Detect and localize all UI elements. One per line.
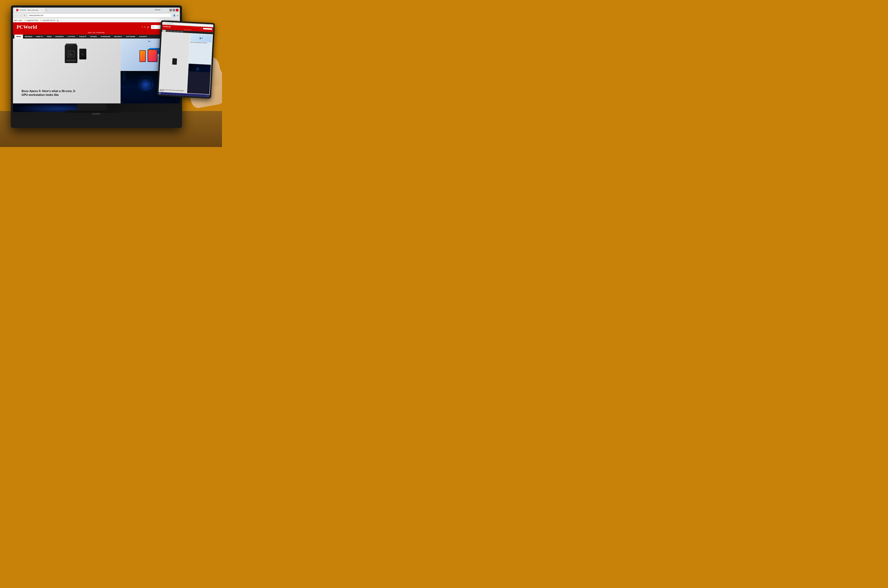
user-label: thomas: [155, 9, 160, 10]
hero-image: ✕ BOXX: [13, 39, 120, 104]
website-content: PCWorld f 𝕏 g⁺ 🔍 SUBSCRIBE: [13, 22, 180, 112]
new-tab-button[interactable]: +: [45, 8, 48, 12]
tablet-blue-glow: [195, 66, 200, 71]
scene: AQUOS PCWorld PCWorld - News, tips and .…: [0, 0, 222, 147]
nav-software[interactable]: SOFTWARE: [124, 34, 137, 39]
tablet-site-logo: PCWorld: [163, 26, 171, 28]
nav-video[interactable]: VIDEO: [45, 34, 54, 39]
tablet-nav-news[interactable]: NEWS: [162, 30, 166, 32]
googleplus-icon[interactable]: g⁺: [147, 26, 150, 28]
tab-close-btn[interactable]: ✕: [41, 9, 42, 11]
reload-button[interactable]: ↻: [23, 14, 26, 17]
bookmarks-bar: Apps ⭐ Suggested Sites 📁 Imported From I…: [13, 18, 180, 22]
tv-screen: PCWorld PCWorld - News, tips and ... ✕ +…: [13, 8, 180, 112]
content-grid: ✕ BOXX: [13, 39, 180, 104]
browser-titlebar: PCWorld PCWorld - News, tips and ... ✕ +…: [13, 8, 180, 13]
tablet-windows-logo: [159, 92, 160, 94]
tablet-device[interactable]: ← → www.pcworld.com PCWorld f 𝕏 g⁺ Work.…: [157, 20, 215, 99]
nav-business[interactable]: BUSINESS: [54, 34, 66, 39]
boxx-product-image: ✕ BOXX: [65, 45, 78, 63]
tv-stand-base: [65, 111, 119, 113]
tab-favicon: PCWorld: [16, 9, 18, 11]
apps-label: Apps: [18, 20, 22, 21]
tablet-hero-article[interactable]: ✕ Boxx Apexx 5: Here's what a 36-core, 5…: [159, 32, 190, 93]
site-navigation: NEWS REVIEWS HOW-TO VIDEO BUSINESS LAPTO…: [13, 34, 180, 39]
hamburger-menu[interactable]: ≡: [177, 14, 178, 17]
tablet-side-image-1: 📱💻: [190, 34, 212, 42]
tablet-side-articles: 📱💻 How to turn your old phone into a bas…: [187, 33, 213, 94]
tablet-win-q2: [160, 93, 161, 93]
profile-icon[interactable]: 👤: [172, 14, 176, 18]
tablet-side-image-2: [189, 64, 210, 72]
apps-bookmark[interactable]: Apps: [14, 20, 22, 21]
skull-jaw: [142, 84, 153, 89]
tablet-nav-phones[interactable]: PHONES: [180, 31, 183, 32]
tablet-side-article-1[interactable]: 📱💻 How to turn your old phone into a bas…: [189, 33, 213, 64]
maximize-button[interactable]: [172, 9, 175, 11]
tablet-win-q3: [159, 93, 160, 94]
close-button[interactable]: ✕: [176, 9, 178, 11]
twitter-icon[interactable]: 𝕏: [144, 26, 146, 28]
tablet-nav-reviews[interactable]: REVIEWS: [166, 30, 170, 32]
address-bar[interactable]: www.pcworld.com: [27, 14, 171, 18]
tab-title: PCWorld - News, tips and ...: [20, 9, 40, 11]
matrix-text: 010011101000110101000101111001: [122, 72, 126, 81]
tablet-hero-image: ✕: [160, 33, 189, 90]
site-logo: PCWorld: [16, 24, 37, 30]
forward-button[interactable]: →: [19, 14, 22, 17]
tablet-win-q1: [159, 92, 160, 93]
nav-reviews[interactable]: REVIEWS: [23, 34, 34, 39]
tablet-nav-howto[interactable]: HOW-TO: [170, 31, 173, 32]
hand-with-tablet: ← → www.pcworld.com PCWorld f 𝕏 g⁺ Work.…: [159, 22, 220, 108]
boxx-logo: ✕ BOXX: [68, 51, 74, 57]
tablet-nav-video[interactable]: VIDEO: [174, 31, 176, 32]
site-header: PCWorld f 𝕏 g⁺ 🔍: [13, 22, 180, 32]
tablet-screen: ← → www.pcworld.com PCWorld f 𝕏 g⁺ Work.…: [159, 22, 213, 97]
toolbar-right: 👤 ≡: [172, 14, 178, 18]
suggested-label: Suggested Sites: [27, 20, 38, 21]
side-article-2-title: b...: [122, 101, 123, 102]
facebook-icon[interactable]: f: [142, 26, 142, 28]
hero-article[interactable]: ✕ BOXX: [13, 39, 120, 104]
tablet-content: ✕ Boxx Apexx 5: Here's what a 36-core, 5…: [159, 32, 213, 94]
tablet-win-q4: [160, 93, 160, 94]
url-text: www.pcworld.com: [29, 14, 44, 16]
nav-phones[interactable]: PHONES: [88, 34, 99, 39]
tablet-forward-btn[interactable]: →: [164, 23, 165, 24]
browser-toolbar: ← → ↻ www.pcworld.com 👤 ≡: [13, 13, 180, 18]
browser-window: PCWorld PCWorld - News, tips and ... ✕ +…: [13, 8, 180, 112]
imported-label: Imported From IE: [42, 20, 55, 21]
site-header-wrapper: PCWorld f 𝕏 g⁺ 🔍 SUBSCRIBE: [13, 22, 180, 32]
devices-stack: [140, 46, 161, 63]
tablet-header-right: f 𝕏 g⁺: [200, 28, 212, 30]
browser-tab[interactable]: PCWorld PCWorld - News, tips and ... ✕: [14, 8, 44, 12]
hero-title: Boxx Apexx 5: Here's what a 36-core, 5-G…: [22, 89, 78, 97]
se-bookmark[interactable]: se: [57, 20, 58, 21]
tablet-site-search[interactable]: [203, 28, 212, 30]
nav-news[interactable]: NEWS: [14, 34, 23, 39]
minimize-button[interactable]: [170, 9, 172, 11]
nav-gadgets[interactable]: GADGETS: [137, 34, 149, 39]
nav-hardware[interactable]: HARDWARE: [99, 34, 112, 39]
tablet-tray: ▲ ⬛: [207, 95, 209, 96]
nav-laptops[interactable]: LAPTOPS: [66, 34, 77, 39]
tablet-nav-tablets[interactable]: TABLETS: [176, 31, 180, 32]
user-profile: thomas: [153, 9, 162, 11]
nav-tablets[interactable]: TABLETS: [77, 34, 88, 39]
nav-howto[interactable]: HOW-TO: [34, 34, 45, 39]
suggested-sites-bookmark[interactable]: ⭐ Suggested Sites: [24, 20, 38, 21]
hero-text-overlay: Boxx Apexx 5: Here's what a 36-core, 5-G…: [22, 89, 78, 97]
tablet-side-article-2[interactable]: [187, 63, 211, 94]
back-button[interactable]: ←: [14, 14, 18, 17]
site-tagline: Work. Life. Productivity.: [13, 32, 180, 34]
nav-security[interactable]: SECURITY: [112, 34, 124, 39]
imported-bookmark[interactable]: 📁 Imported From IE: [40, 20, 55, 21]
